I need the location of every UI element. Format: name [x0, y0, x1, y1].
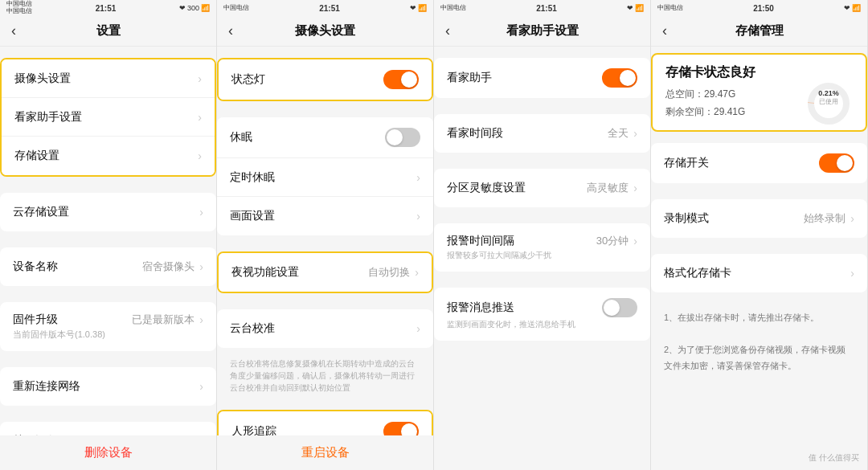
chevron-icon: ›: [199, 206, 203, 219]
toggle-statuslight[interactable]: [383, 70, 419, 89]
title-2: 摄像头设置: [295, 23, 355, 39]
group-alarm-interval: 报警时间间隔 30分钟 › 报警较多可拉大间隔减少干扰: [434, 223, 650, 272]
row-alarm-push[interactable]: 报警消息推送 监测到画面变化时，推送消息给手机: [434, 288, 650, 341]
content-3: 看家助手 看家时间段 全天 › 分区灵敏度设置 高灵敏度 ›: [434, 47, 650, 470]
watermark: 值 什么值得买: [809, 452, 859, 464]
group-firmware: 固件升级 已是最新版本 › 当前固件版本号(1.0.38): [0, 302, 216, 351]
row-camera-settings[interactable]: 摄像头设置 ›: [2, 59, 215, 98]
icons-1: ❤300📶: [179, 4, 210, 12]
panel-homeguard: 中国电信 21:51 ❤📶 ‹ 看家助手设置 看家助手 看家时间段 全天: [434, 0, 651, 470]
group-gimbal: 云台校准 ›: [217, 309, 433, 348]
row-gimbal[interactable]: 云台校准 ›: [217, 309, 433, 348]
row-record-mode[interactable]: 录制模式 始终录制 ›: [651, 199, 867, 238]
row-screen-settings[interactable]: 画面设置 ›: [217, 197, 433, 235]
storage-total: 总空间：29.47G: [665, 86, 755, 104]
row-homeguard[interactable]: 看家助手: [434, 58, 650, 98]
chevron-icon: ›: [416, 171, 420, 184]
toggle-homeguard[interactable]: [602, 68, 637, 88]
group-time-period: 看家时间段 全天 ›: [434, 114, 650, 153]
chevron-icon: ›: [633, 182, 637, 194]
chevron-icon: ›: [198, 149, 202, 162]
row-about[interactable]: 关于设备 ›: [0, 422, 216, 435]
toggle-sleep[interactable]: [385, 128, 420, 147]
group-homeguard-main: 看家助手: [434, 58, 650, 98]
header-1: ‹ 设置: [0, 16, 216, 47]
header-3: ‹ 看家助手设置: [434, 16, 650, 47]
icons-4: ❤📶: [844, 4, 861, 12]
chevron-icon: ›: [198, 72, 202, 85]
group-storage-switch: 存储开关: [651, 143, 867, 183]
status-bar-2: 中国电信 21:51 ❤📶: [217, 0, 433, 16]
row-cloud-storage[interactable]: 云存储设置 ›: [0, 193, 216, 231]
row-timeperiod[interactable]: 看家时间段 全天 ›: [434, 114, 650, 153]
back-arrow-1[interactable]: ‹: [11, 22, 16, 39]
chevron-icon: ›: [633, 235, 637, 247]
storage-notice: 1、在拔出存储卡时，请先推出存储卡。 2、为了便于您浏览备份存储视频，存储卡视频…: [651, 304, 867, 380]
alarm-interval-desc: 报警较多可拉大间隔减少干扰: [447, 250, 551, 261]
carrier-2: 中国电信: [223, 5, 249, 12]
chevron-icon: ›: [415, 266, 419, 279]
bottom-1: 删除设备: [0, 435, 216, 470]
time-1: 21:51: [96, 4, 117, 13]
back-arrow-2[interactable]: ‹: [228, 22, 233, 39]
group-record-mode: 录制模式 始终录制 ›: [651, 199, 867, 238]
row-homeguard-settings[interactable]: 看家助手设置 ›: [2, 98, 215, 137]
row-storage-settings[interactable]: 存储设置 ›: [2, 137, 215, 175]
group-statuslight: 状态灯: [217, 58, 433, 101]
carrier-1: 中国电信 中国电信: [6, 1, 32, 15]
title-1: 设置: [96, 23, 121, 39]
back-arrow-3[interactable]: ‹: [445, 22, 450, 39]
chevron-icon: ›: [633, 127, 637, 140]
restart-device-btn[interactable]: 重启设备: [301, 445, 350, 459]
panel-storage: 中国电信 21:50 ❤📶 ‹ 存储管理 存储卡状态良好 总空间：29.47G …: [651, 0, 868, 470]
group-alarm-push: 报警消息推送 监测到画面变化时，推送消息给手机: [434, 288, 650, 341]
toggle-tracking[interactable]: [383, 422, 419, 435]
svg-point-0: [811, 86, 846, 121]
chevron-icon: ›: [850, 267, 854, 280]
row-tracking[interactable]: 人形追踪: [219, 411, 432, 435]
group-nightvision: 夜视功能设置 自动切换 ›: [217, 251, 433, 293]
toggle-alarm-push[interactable]: [602, 298, 637, 317]
time-4: 21:50: [753, 4, 774, 13]
row-firmware[interactable]: 固件升级 已是最新版本 › 当前固件版本号(1.0.38): [0, 302, 216, 351]
row-timer-sleep[interactable]: 定时休眠 ›: [217, 158, 433, 197]
panel-camera-settings: 中国电信 21:51 ❤📶 ‹ 摄像头设置 状态灯 休眠: [217, 0, 434, 470]
storage-free: 剩余空间：29.41G: [665, 104, 755, 121]
chevron-icon: ›: [199, 313, 203, 326]
panel-settings: 中国电信 中国电信 21:51 ❤300📶 ‹ 设置 摄像头设置 › 看家助手设…: [0, 0, 217, 470]
row-storage-switch[interactable]: 存储开关: [651, 143, 867, 183]
title-4: 存储管理: [735, 23, 784, 39]
group-sensitivity: 分区灵敏度设置 高灵敏度 ›: [434, 169, 650, 207]
group-cloud: 云存储设置 ›: [0, 193, 216, 231]
storage-info: 存储卡状态良好 总空间：29.47G 剩余空间：29.41G: [665, 64, 755, 121]
icons-2: ❤📶: [410, 4, 427, 12]
row-device-name[interactable]: 设备名称 宿舍摄像头 ›: [0, 247, 216, 286]
chevron-icon: ›: [199, 260, 203, 273]
chevron-icon: ›: [416, 210, 420, 223]
chevron-icon: ›: [198, 111, 202, 124]
chevron-icon: ›: [850, 212, 854, 225]
icons-3: ❤📶: [627, 4, 644, 12]
header-4: ‹ 存储管理: [651, 16, 867, 47]
row-statuslight[interactable]: 状态灯: [219, 59, 432, 100]
row-format[interactable]: 格式化存储卡 ›: [651, 254, 867, 292]
chevron-icon: ›: [199, 380, 203, 393]
title-3: 看家助手设置: [506, 23, 579, 39]
toggle-storage[interactable]: [819, 153, 854, 173]
back-arrow-4[interactable]: ‹: [662, 22, 667, 39]
carrier-3: 中国电信: [440, 5, 466, 12]
carrier-4: 中国电信: [657, 5, 683, 12]
storage-status-card: 存储卡状态良好 总空间：29.47G 剩余空间：29.41G 0.21% 已使用: [651, 53, 867, 132]
row-nightvision[interactable]: 夜视功能设置 自动切换 ›: [219, 253, 432, 292]
delete-device-btn[interactable]: 删除设备: [84, 445, 133, 459]
row-reconnect[interactable]: 重新连接网络 ›: [0, 367, 216, 406]
group-highlighted-1: 摄像头设置 › 看家助手设置 › 存储设置 ›: [0, 58, 216, 177]
row-alarm-interval[interactable]: 报警时间间隔 30分钟 › 报警较多可拉大间隔减少干扰: [434, 223, 650, 272]
group-format: 格式化存储卡 ›: [651, 254, 867, 292]
time-2: 21:51: [319, 4, 340, 13]
status-bar-4: 中国电信 21:50 ❤📶: [651, 0, 867, 16]
row-sensitivity[interactable]: 分区灵敏度设置 高灵敏度 ›: [434, 169, 650, 207]
content-4: 存储卡状态良好 总空间：29.47G 剩余空间：29.41G 0.21% 已使用: [651, 47, 867, 470]
group-device-name: 设备名称 宿舍摄像头 ›: [0, 247, 216, 286]
row-sleep[interactable]: 休眠: [217, 117, 433, 158]
